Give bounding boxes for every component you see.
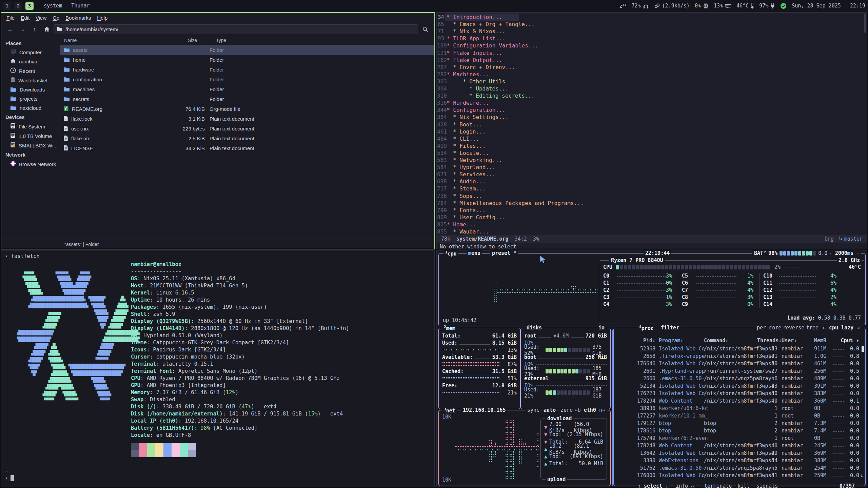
btop-net-box[interactable]: 3net 192.168.10.165 sync auto zero ←b et… [438, 410, 611, 486]
proc-row[interactable]: 52134Isolated Web Co/nix/store/sm8fmrf3w… [614, 383, 866, 390]
shell-prompt[interactable]: › [5, 475, 14, 481]
terminal-fastfetch-window[interactable]: › fastfetch ▗▄▄▄ ▗▄▄▄▄ ▄▄▄▖ ▜███▙ ▜███▙ … [1, 250, 435, 487]
org-heading-line[interactable]: 428* Boot... [437, 121, 482, 128]
tree-button[interactable]: tree [805, 325, 820, 331]
menu-edit[interactable]: Edit [18, 14, 33, 22]
filter-button[interactable]: filter [659, 325, 681, 331]
file-row[interactable]: hardwareFolder [60, 65, 434, 75]
emacs-scrollbar[interactable] [864, 14, 866, 33]
org-heading-line[interactable]: 671* Services... [437, 171, 495, 178]
sidebar-item-file-system[interactable]: File System [1, 122, 60, 131]
info-hint[interactable]: info ↵ [674, 483, 696, 488]
menu-help[interactable]: Help [94, 14, 111, 22]
sidebar-item-recent[interactable]: Recent [1, 66, 60, 76]
file-row[interactable]: configurationFolder [60, 75, 434, 84]
disks-box-title[interactable]: disks [525, 325, 544, 331]
temperature-module[interactable]: 46°C [736, 3, 754, 9]
workspace-3[interactable]: 3 [25, 2, 34, 10]
org-heading-line[interactable]: 344* Configuration... [437, 106, 505, 114]
menu-bookmarks[interactable]: Bookmarks [62, 14, 94, 22]
systemd-ok-icon[interactable] [780, 3, 787, 9]
volume-module[interactable]: 72% [632, 3, 649, 9]
org-heading-line[interactable]: 282* Machines... [437, 71, 489, 78]
org-heading-line[interactable]: 584* Hyprland... [437, 164, 495, 171]
btop-disks-box[interactable]: disks io root▼4.6M720 GiBIO%Used: 52%375… [520, 328, 611, 409]
menu-button[interactable]: menu [467, 250, 482, 256]
proc-row[interactable]: 52368Isolated Web Co/nix/store/sm8fmrf3w… [614, 346, 866, 353]
org-heading-line[interactable]: 764* Miscellaneous Packages and Programs… [437, 200, 584, 207]
file-row[interactable]: homeFolder [60, 55, 434, 65]
proc-row[interactable]: 51762.emacs-31.0.50-/nix/store/wnqz5pa8r… [614, 465, 866, 472]
proc-row[interactable]: 177257kworker/10:1-mm_1root0B0.0 [614, 413, 866, 420]
org-heading-line[interactable]: 310* Editing secrets... [437, 92, 535, 99]
up-button[interactable]: ↑ [29, 24, 40, 34]
sidebar-item-projects[interactable]: projects [1, 94, 60, 103]
org-heading-line[interactable]: 267* Envrc + Direnv... [437, 64, 515, 71]
org-heading-line[interactable]: 109* Configuration Variables... [437, 42, 538, 49]
sidebar-item-smallbox-wi-[interactable]: SMALLBOX Wi... [1, 141, 60, 150]
proc-row[interactable]: 176223Isolated Web Co/nix/store/sm8fmrf3… [614, 390, 866, 398]
terminate-hint[interactable]: terminate [703, 483, 733, 488]
proc-row[interactable]: 178248Web Content/nix/store/sm8fmrf3wps4… [614, 443, 866, 450]
proc-row[interactable]: 2658.firefox-wrappe/nix/store/sm8fmrf3wp… [614, 353, 866, 361]
terminal-btop-window[interactable]: 1cpu menu preset * 22:19:44 BAT° 98% 0.0… [436, 250, 867, 487]
cpu-box-title[interactable]: 1cpu [443, 250, 458, 257]
per-core-button[interactable]: per-core [755, 325, 783, 331]
clock-module[interactable]: Sun, 28 Sep 2025 - 22:19 [792, 3, 865, 9]
org-heading-line[interactable]: 121* Flake Inputs... [437, 49, 502, 57]
idle-inhibitor[interactable]: zzz [619, 3, 626, 9]
proc-row[interactable]: 178616btopbtop2nambiar7.4M0.0 [614, 428, 866, 435]
file-row[interactable]: assetsFolder [60, 45, 434, 55]
sidebar-item-computer[interactable]: Computer [1, 48, 60, 57]
update-interval[interactable]: - 2000ms + [827, 250, 861, 256]
kill-hint[interactable]: kill [736, 483, 751, 488]
network-module[interactable]: (2.9kb/s) [654, 3, 690, 9]
forward-button[interactable]: → [17, 24, 28, 34]
org-heading-line[interactable]: 499* Files... [437, 142, 486, 149]
org-heading-line[interactable]: 304* Updates... [437, 85, 509, 92]
proc-row[interactable]: 2601.Hyprland-wrapp/run/current-system/s… [614, 368, 866, 375]
cpu-module[interactable]: 0% [695, 3, 709, 9]
org-heading-line[interactable]: 303* Other Utils [437, 78, 505, 85]
org-heading-line[interactable]: 698* Audio... [437, 178, 486, 185]
proc-box-title[interactable]: 4proc [637, 325, 655, 331]
mem-box-title[interactable]: 2mem [442, 325, 457, 331]
org-heading-line[interactable]: 809* User Config... [437, 214, 505, 221]
search-button[interactable] [419, 24, 431, 34]
menu-go[interactable]: Go [50, 14, 62, 22]
org-heading-line[interactable]: 162* Flake Output... [437, 57, 502, 64]
org-heading-line[interactable]: 825* Home... [437, 221, 476, 228]
file-row[interactable]: README.org76,4 KiBOrg-mode file [60, 104, 434, 114]
btop-cpu-box[interactable]: 1cpu menu preset * 22:19:44 BAT° 98% 0.0… [438, 253, 866, 326]
btop-proc-box[interactable]: 4proc filter per-core reverse tree ← cpu… [613, 328, 866, 486]
proc-headers[interactable]: Pid: Program: Command: Threads: User: Me… [614, 338, 866, 345]
org-heading-line[interactable]: 484* CLI... [437, 135, 479, 142]
workspace-1[interactable]: 1 [3, 2, 11, 10]
menu-view[interactable]: View [33, 14, 50, 22]
preset-button[interactable]: preset * [490, 250, 518, 256]
memory-module[interactable]: 13% [714, 3, 731, 9]
workspace-2[interactable]: 2 [14, 2, 22, 10]
file-row[interactable]: machinesFolder [60, 84, 434, 94]
file-row[interactable]: flake.lock3,1 KiBPlain text document [60, 114, 434, 124]
home-button[interactable] [41, 24, 52, 34]
proc-row[interactable]: 179127btopbtop2nambiar7.3M0.0 [614, 420, 866, 428]
menu-file[interactable]: File [3, 14, 18, 22]
proc-scrollbar-thumb[interactable] [862, 346, 864, 352]
proc-row[interactable]: 178294Web Content/nix/store/sm8fmrf3wps4… [614, 398, 866, 405]
org-heading-line[interactable]: 71* Nix & Nixos... [437, 28, 505, 35]
proc-row[interactable]: 176646Isolated Web Co/nix/store/sm8fmrf3… [614, 361, 866, 368]
file-row[interactable]: flake.nix2,5 KiBPlain text document [60, 134, 434, 143]
org-heading-line[interactable]: 799* Fonts... [437, 207, 486, 214]
org-heading-line[interactable]: 384* Nix Settings... [437, 114, 509, 121]
sidebar-item-1-0-tb-volume[interactable]: 1,0 TB Volume [1, 131, 60, 141]
org-heading-line[interactable]: 316* Hardware... [437, 99, 489, 106]
file-row[interactable]: user.nix229 bytesPlain text document [60, 124, 434, 134]
sort-selector[interactable]: ← cpu lazy → [821, 325, 861, 331]
org-heading-line[interactable]: 93* TLDR App List... [437, 35, 505, 42]
org-heading-line[interactable]: 563* Networking... [437, 157, 502, 164]
sidebar-item-nextcloud[interactable]: nextcloud [1, 103, 60, 113]
btop-mem-box[interactable]: 2mem Total:61.4 GiBUsed:8.15 GiB13%Avail… [438, 328, 520, 409]
column-headers[interactable]: Name Size Type [60, 36, 434, 45]
emacs-window[interactable]: 34* Introduction...65* Emacs + Org + Tan… [436, 12, 867, 249]
